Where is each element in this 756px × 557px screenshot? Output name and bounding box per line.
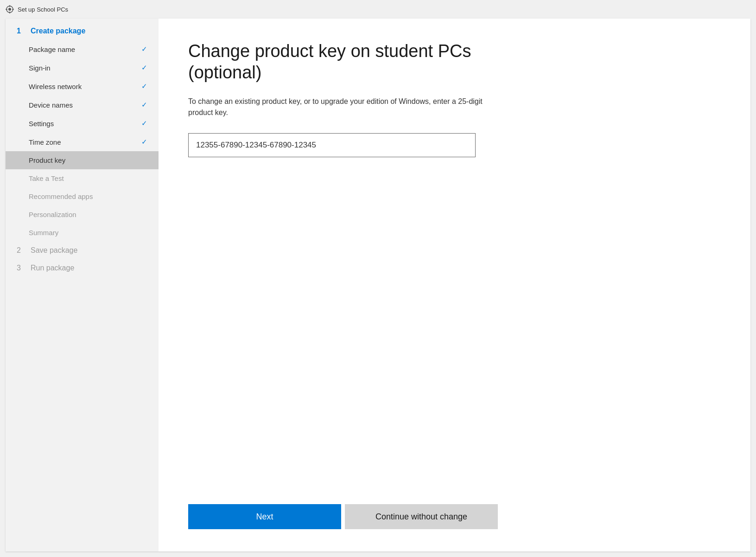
step-number-1: 1 xyxy=(17,27,26,35)
package-name-check-icon: ✓ xyxy=(141,45,147,53)
sidebar-item-sign-in[interactable]: Sign-in ✓ xyxy=(6,58,159,77)
button-row: Next Continue without change xyxy=(188,493,721,529)
sidebar-item-settings[interactable]: Settings ✓ xyxy=(6,114,159,133)
sidebar-step-2[interactable]: 2 Save package xyxy=(6,242,159,259)
sidebar-item-product-key-label: Product key xyxy=(29,156,65,164)
app-icon xyxy=(6,5,14,13)
sidebar-section-2: 2 Save package xyxy=(6,242,159,259)
time-zone-check-icon: ✓ xyxy=(141,138,147,146)
sidebar-step-1-label: Create package xyxy=(31,27,85,35)
svg-point-1 xyxy=(8,8,11,11)
sidebar-item-device-names[interactable]: Device names ✓ xyxy=(6,96,159,114)
page-title-line1: Change product key on student PCs xyxy=(188,41,471,61)
titlebar: Set up School PCs xyxy=(0,0,756,19)
continue-without-change-button[interactable]: Continue without change xyxy=(345,504,498,529)
spacer xyxy=(188,157,721,493)
wireless-check-icon: ✓ xyxy=(141,82,147,90)
sidebar-item-time-zone[interactable]: Time zone ✓ xyxy=(6,133,159,151)
sidebar-item-package-name-label: Package name xyxy=(29,45,75,53)
next-button[interactable]: Next xyxy=(188,504,341,529)
sidebar-step-2-label: Save package xyxy=(31,246,77,255)
device-names-check-icon: ✓ xyxy=(141,101,147,109)
sidebar-step-3-label: Run package xyxy=(31,264,74,272)
sidebar: 1 Create package Package name ✓ Sign-in … xyxy=(6,19,159,551)
sidebar-item-sign-in-label: Sign-in xyxy=(29,64,51,72)
sidebar-item-settings-label: Settings xyxy=(29,120,54,128)
sidebar-section-1: 1 Create package Package name ✓ Sign-in … xyxy=(6,22,159,242)
sidebar-item-personalization-label: Personalization xyxy=(29,211,76,218)
sidebar-item-personalization[interactable]: Personalization xyxy=(6,205,159,224)
sidebar-section-3: 3 Run package xyxy=(6,259,159,277)
page-description: To change an existing product key, or to… xyxy=(188,96,503,118)
sidebar-item-take-a-test-label: Take a Test xyxy=(29,174,64,182)
sidebar-item-recommended-apps[interactable]: Recommended apps xyxy=(6,187,159,205)
sidebar-step-3[interactable]: 3 Run package xyxy=(6,259,159,277)
sidebar-item-summary[interactable]: Summary xyxy=(6,224,159,242)
content-area: Change product key on student PCs (optio… xyxy=(159,19,750,551)
sign-in-check-icon: ✓ xyxy=(141,64,147,72)
sidebar-item-recommended-apps-label: Recommended apps xyxy=(29,192,93,200)
sidebar-item-wireless-network[interactable]: Wireless network ✓ xyxy=(6,77,159,96)
step-number-2: 2 xyxy=(17,246,26,255)
page-title: Change product key on student PCs (optio… xyxy=(188,41,721,83)
sidebar-item-wireless-network-label: Wireless network xyxy=(29,83,82,90)
app-title: Set up School PCs xyxy=(18,6,68,13)
settings-check-icon: ✓ xyxy=(141,119,147,128)
page-title-line2: (optional) xyxy=(188,63,261,82)
step-number-3: 3 xyxy=(17,264,26,272)
sidebar-step-1[interactable]: 1 Create package xyxy=(6,22,159,40)
sidebar-item-time-zone-label: Time zone xyxy=(29,138,61,146)
sidebar-item-take-a-test[interactable]: Take a Test xyxy=(6,169,159,187)
sidebar-item-summary-label: Summary xyxy=(29,229,58,237)
sidebar-item-package-name[interactable]: Package name ✓ xyxy=(6,40,159,58)
main-window: 1 Create package Package name ✓ Sign-in … xyxy=(6,19,750,551)
sidebar-item-device-names-label: Device names xyxy=(29,101,73,109)
product-key-input[interactable] xyxy=(188,133,476,157)
sidebar-item-product-key[interactable]: Product key xyxy=(6,151,159,169)
